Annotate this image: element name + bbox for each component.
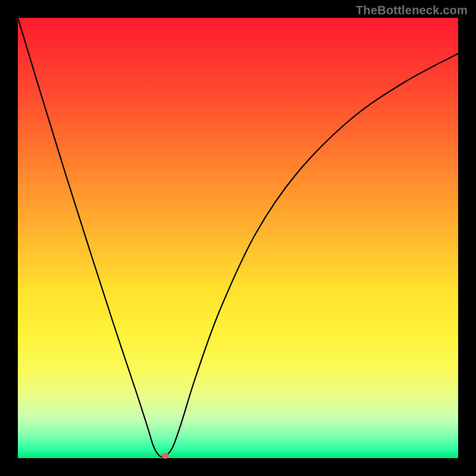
- bottleneck-curve: [18, 18, 458, 458]
- chart-frame: TheBottleneck.com: [0, 0, 476, 476]
- plot-area: [18, 18, 458, 458]
- min-marker: [162, 453, 169, 459]
- watermark-text: TheBottleneck.com: [356, 4, 468, 17]
